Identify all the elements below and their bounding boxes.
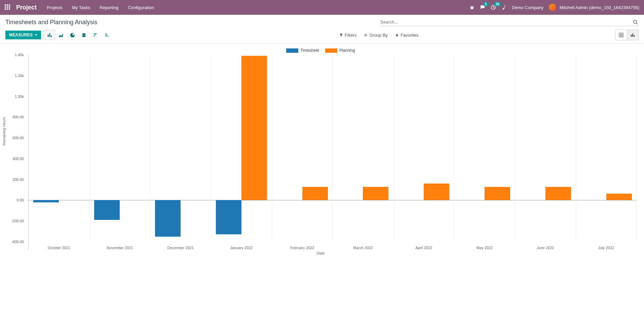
- svg-rect-13: [51, 35, 52, 37]
- chart-plot[interactable]: -400.00-200.000.00200.00400.00600.00800.…: [28, 55, 637, 250]
- chart-bar[interactable]: [302, 187, 328, 200]
- chart-bar[interactable]: [606, 194, 632, 200]
- svg-line-5: [473, 6, 473, 6]
- sort-desc-icon[interactable]: [89, 30, 101, 40]
- filters-button[interactable]: Filters: [339, 33, 356, 38]
- chart-bar[interactable]: [155, 200, 181, 236]
- x-tick: July 2022: [598, 246, 614, 250]
- svg-rect-26: [619, 33, 623, 37]
- svg-line-4: [470, 6, 471, 6]
- svg-point-9: [634, 20, 637, 23]
- bar-chart-icon[interactable]: [44, 30, 55, 40]
- x-tick: June 2022: [537, 246, 554, 250]
- nav-item-reporting[interactable]: Reporting: [100, 5, 118, 10]
- y-tick: 1.40k: [3, 53, 24, 57]
- search-box[interactable]: [380, 18, 639, 26]
- legend-item-timesheet[interactable]: Timesheet: [286, 48, 319, 53]
- svg-rect-32: [633, 34, 634, 37]
- svg-point-0: [471, 6, 473, 9]
- user-avatar-icon: [549, 4, 556, 11]
- measures-label: MEASURES: [9, 33, 33, 37]
- search-options: Filters Group By Favorites: [309, 33, 419, 38]
- y-tick: 1.20k: [3, 74, 24, 78]
- y-tick: 400.00: [3, 157, 24, 161]
- view-switcher: [615, 30, 639, 40]
- chart-bar[interactable]: [241, 56, 267, 200]
- line-chart-icon[interactable]: [55, 30, 67, 40]
- x-tick: December 2021: [167, 246, 194, 250]
- search-input[interactable]: [380, 19, 633, 25]
- y-tick: 800.00: [3, 115, 24, 119]
- svg-rect-12: [49, 33, 50, 37]
- legend-swatch-icon: [286, 48, 298, 53]
- chart-bar[interactable]: [424, 184, 449, 200]
- activities-badge: 35: [494, 2, 501, 6]
- chart-bar[interactable]: [363, 187, 388, 200]
- search-icon[interactable]: [633, 19, 638, 25]
- tools-icon[interactable]: [501, 5, 506, 10]
- svg-line-6: [470, 9, 471, 9]
- svg-point-14: [82, 33, 86, 34]
- nav-menu: Projects My Tasks Reporting Configuratio…: [47, 5, 154, 10]
- user-menu[interactable]: Mitchell Admin (demo_150_1642394756): [549, 4, 639, 11]
- activities-icon[interactable]: 35: [491, 5, 496, 10]
- x-tick: October 2021: [48, 246, 70, 250]
- svg-point-16: [82, 36, 86, 37]
- graph-view-icon[interactable]: [627, 30, 638, 40]
- x-tick: March 2022: [353, 246, 373, 250]
- chart-bar[interactable]: [33, 200, 59, 202]
- bug-icon[interactable]: [469, 5, 475, 10]
- x-tick: April 2022: [415, 246, 432, 250]
- pie-chart-icon[interactable]: [67, 30, 78, 40]
- y-tick: -200.00: [3, 219, 24, 223]
- stacked-icon[interactable]: [78, 30, 89, 40]
- pivot-view-icon[interactable]: [615, 30, 627, 40]
- svg-point-15: [82, 34, 86, 36]
- chart-type-group: [44, 30, 112, 40]
- page-title: Timesheets and Planning Analysis: [5, 19, 98, 26]
- chevron-down-icon: [35, 34, 37, 36]
- chart-bar[interactable]: [216, 200, 241, 234]
- x-axis-title: Date: [3, 251, 639, 255]
- control-panel: Timesheets and Planning Analysis MEASURE…: [0, 15, 644, 43]
- favorites-button[interactable]: Favorites: [395, 33, 418, 38]
- svg-rect-11: [48, 34, 49, 37]
- measures-button[interactable]: MEASURES: [5, 31, 41, 39]
- x-tick: January 2022: [230, 246, 253, 250]
- messages-icon[interactable]: 5: [480, 5, 485, 10]
- y-tick: 200.00: [3, 178, 24, 182]
- chart-bar[interactable]: [485, 187, 510, 200]
- svg-line-7: [473, 9, 473, 9]
- svg-line-10: [636, 23, 638, 24]
- chart-bar[interactable]: [545, 187, 571, 200]
- legend-swatch-icon: [325, 48, 337, 53]
- company-switcher[interactable]: Demo Company: [512, 5, 543, 10]
- x-tick: February 2022: [290, 246, 314, 250]
- svg-rect-33: [634, 35, 635, 37]
- svg-rect-31: [631, 35, 632, 37]
- nav-item-my-tasks[interactable]: My Tasks: [72, 5, 90, 10]
- top-nav: Project Projects My Tasks Reporting Conf…: [0, 0, 644, 15]
- apps-icon[interactable]: [5, 4, 11, 10]
- groupby-button[interactable]: Group By: [364, 33, 388, 38]
- topnav-right: 5 35 Demo Company Mitchell Admin (demo_1…: [469, 4, 639, 11]
- user-name: Mitchell Admin (demo_150_1642394756): [560, 5, 639, 10]
- nav-item-projects[interactable]: Projects: [47, 5, 63, 10]
- y-tick: 600.00: [3, 136, 24, 140]
- x-tick: November 2021: [107, 246, 133, 250]
- y-tick: 1.00k: [3, 94, 24, 99]
- x-tick: May 2022: [477, 246, 493, 250]
- app-brand[interactable]: Project: [16, 4, 37, 11]
- sort-asc-icon[interactable]: [101, 30, 112, 40]
- chart-bar[interactable]: [94, 200, 120, 220]
- y-tick: -400.00: [3, 240, 24, 244]
- chart-container: Timesheet Planning Remaining Hours -400.…: [0, 43, 644, 255]
- legend-item-planning[interactable]: Planning: [325, 48, 355, 53]
- y-tick: 0.00: [3, 198, 24, 202]
- chart-legend: Timesheet Planning: [3, 48, 639, 53]
- nav-item-configuration[interactable]: Configuration: [128, 5, 154, 10]
- messages-badge: 5: [483, 2, 489, 6]
